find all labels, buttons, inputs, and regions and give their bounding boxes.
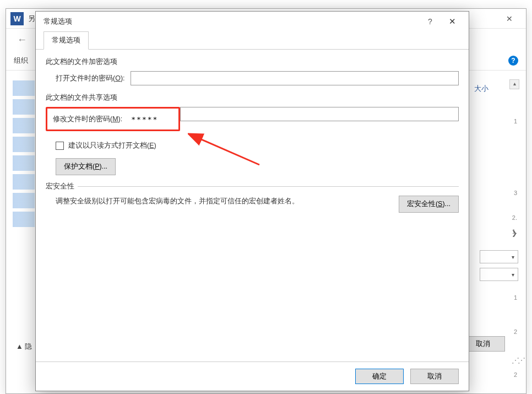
readonly-checkbox-row: 建议以只读方式打开文档(E): [56, 141, 459, 150]
readonly-label[interactable]: 建议以只读方式打开文档(E): [68, 141, 156, 150]
bg-sidebar-item: [13, 174, 35, 190]
scrollbar-up-icon[interactable]: ▴: [509, 79, 519, 89]
protect-document-button[interactable]: 保护文档(P)...: [56, 158, 116, 175]
bg-sidebar-item: [13, 99, 35, 115]
bg-mark: 3: [514, 190, 517, 196]
modify-password-input-visual[interactable]: [128, 112, 174, 126]
chevron-right-icon[interactable]: ❯: [512, 229, 517, 237]
bg-mark: 1: [514, 118, 517, 125]
chevron-down-icon: ▾: [512, 254, 514, 260]
macro-section-title: 宏安全性: [46, 182, 74, 191]
chevron-down-icon: ▾: [512, 272, 514, 278]
dialog-titlebar: 常规选项 ? ✕: [36, 12, 469, 31]
resize-grip-icon[interactable]: ⋰⋰: [512, 356, 524, 365]
bg-sidebar-item: [13, 118, 35, 133]
bg-right-panel: 大小 ▴ 1 3 2. 1. 1 2 2: [474, 80, 518, 371]
bg-hide-toggle[interactable]: ▲ 隐: [16, 342, 32, 352]
bg-organize-label[interactable]: 组织: [14, 56, 28, 66]
dialog-body: 此文档的文件加密选项 打开文件时的密码(O): 此文档的文件共享选项 修改文件时…: [36, 50, 469, 220]
open-password-label: 打开文件时的密码(O):: [56, 74, 125, 83]
bg-sidebar-item: [13, 193, 35, 208]
bg-dropdown[interactable]: ▾: [480, 250, 518, 263]
open-password-input[interactable]: [131, 71, 459, 85]
general-options-dialog: 常规选项 ? ✕ 常规选项 此文档的文件加密选项 打开文件时的密码(O): 此文…: [35, 11, 469, 391]
bg-sidebar-item: [13, 155, 35, 171]
readonly-checkbox[interactable]: [56, 142, 64, 150]
modify-password-label: 修改文件时的密码(M):: [53, 115, 122, 124]
divider-line: [78, 186, 459, 187]
open-password-row: 打开文件时的密码(O):: [46, 71, 459, 85]
macro-description: 调整安全级别以打开可能包含宏病毒的文件，并指定可信任的宏创建者姓名。: [56, 196, 388, 207]
bg-sidebar-item: [13, 80, 35, 96]
macro-security-button[interactable]: 宏安全性(S)...: [399, 196, 459, 213]
bg-sidebar: [13, 80, 35, 360]
word-icon: W: [10, 12, 24, 25]
back-arrow-icon[interactable]: ←: [13, 32, 31, 48]
dialog-title: 常规选项: [44, 17, 419, 26]
ok-button[interactable]: 确定: [355, 369, 404, 384]
cancel-button[interactable]: 取消: [410, 369, 459, 384]
bg-sidebar-item: [13, 137, 35, 152]
bg-mark: 2.: [512, 214, 517, 221]
tab-header: 常规选项: [36, 31, 469, 50]
macro-section: 宏安全性 调整安全级别以打开可能包含宏病毒的文件，并指定可信任的宏创建者姓名。 …: [46, 182, 459, 213]
modify-password-highlight: 修改文件时的密码(M):: [46, 107, 180, 131]
macro-row: 调整安全级别以打开可能包含宏病毒的文件，并指定可信任的宏创建者姓名。 宏安全性(…: [46, 196, 459, 213]
dialog-footer: 确定 取消: [36, 361, 469, 391]
macro-divider: 宏安全性: [46, 182, 459, 191]
encrypt-section-title: 此文档的文件加密选项: [46, 57, 459, 67]
bg-mark: 2: [514, 371, 517, 378]
bg-mark: 1: [514, 294, 517, 301]
modify-password-input[interactable]: [180, 107, 459, 121]
bg-close-icon[interactable]: ✕: [497, 14, 522, 23]
bg-mark: 2: [514, 328, 517, 335]
tab-general-options[interactable]: 常规选项: [44, 31, 89, 50]
dialog-help-button[interactable]: ?: [419, 17, 441, 26]
help-icon[interactable]: ?: [508, 56, 518, 66]
bg-dropdown[interactable]: ▾: [480, 268, 518, 281]
bg-sidebar-item: [13, 212, 35, 227]
dialog-close-button[interactable]: ✕: [441, 17, 463, 26]
share-section-title: 此文档的文件共享选项: [46, 93, 459, 102]
